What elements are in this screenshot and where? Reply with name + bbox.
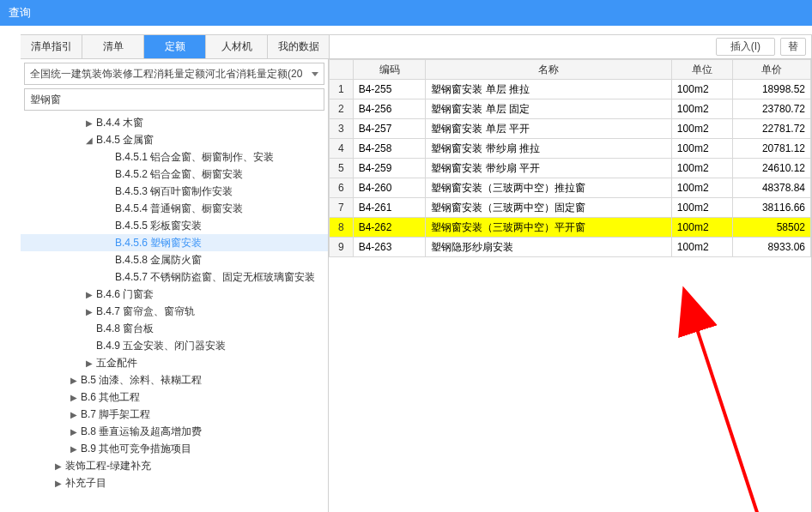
- tree-node[interactable]: B.4.5.2 铝合金窗、橱窗安装: [21, 166, 328, 183]
- insert-button[interactable]: 插入(I): [716, 38, 775, 56]
- tree-node[interactable]: ▶装饰工程-绿建补充: [21, 457, 328, 474]
- tree-node[interactable]: ▶B.7 脚手架工程: [21, 406, 328, 423]
- tree-node[interactable]: B.4.8 窗台板: [21, 320, 328, 337]
- tree-node[interactable]: B.4.5.7 不锈钢防盗窗、固定无框玻璃窗安装: [21, 268, 328, 286]
- extra-button[interactable]: 替: [780, 38, 806, 56]
- tree-label: B.4.4 木窗: [96, 116, 143, 130]
- expand-icon[interactable]: ▶: [69, 393, 79, 402]
- col-name[interactable]: 名称: [426, 60, 671, 80]
- left-panel: 全国统一建筑装饰装修工程消耗量定额河北省消耗量定额(20 ▶B.4.4 木窗◢B…: [21, 59, 329, 512]
- window-title: 查询: [9, 5, 31, 21]
- expand-icon[interactable]: ▶: [69, 410, 79, 419]
- svg-line-0: [685, 292, 767, 512]
- table-row[interactable]: 6B4-260塑钢窗安装（三玻两中空）推拉窗100m248378.84: [330, 178, 811, 198]
- search-input[interactable]: [24, 88, 324, 111]
- tree-node[interactable]: ▶B.8 垂直运输及超高增加费: [21, 423, 328, 440]
- expand-icon[interactable]: ▶: [53, 461, 64, 471]
- result-grid[interactable]: 编码 名称 单位 单价 1B4-255塑钢窗安装 单层 推拉100m218998…: [329, 59, 811, 257]
- tree-node[interactable]: ▶B.4.6 门窗套: [21, 286, 328, 303]
- tree-label: B.4.6 门窗套: [96, 287, 154, 302]
- tree-node[interactable]: B.4.5.1 铝合金窗、橱窗制作、安装: [21, 148, 328, 166]
- title-bar: 查询: [0, 0, 812, 26]
- tree-node[interactable]: B.4.5.3 钢百叶窗制作安装: [21, 183, 328, 200]
- tab-4[interactable]: 我的数据: [268, 35, 330, 58]
- tree-label: B.4.7 窗帘盒、窗帘轨: [96, 304, 195, 319]
- tab-2[interactable]: 定额: [144, 35, 206, 58]
- tree-node[interactable]: ◢B.4.5 金属窗: [21, 131, 328, 148]
- tree-node[interactable]: B.4.9 五金安装、闭门器安装: [21, 337, 328, 354]
- tree-node[interactable]: B.4.5.6 塑钢窗安装: [21, 234, 328, 251]
- tree-label: B.6 其他工程: [81, 390, 140, 405]
- tree-label: B.4.5.6 塑钢窗安装: [115, 236, 202, 250]
- expand-icon[interactable]: ▶: [69, 427, 79, 437]
- table-row[interactable]: 9B4-263塑钢隐形纱扇安装100m28933.06: [330, 238, 811, 257]
- table-row[interactable]: 4B4-258塑钢窗安装 带纱扇 推拉100m220781.12: [330, 139, 811, 159]
- tree-label: B.4.5.4 普通钢窗、橱窗安装: [115, 202, 243, 216]
- tree-node[interactable]: ▶B.5 油漆、涂料、裱糊工程: [21, 371, 328, 389]
- annotation-arrow: [440, 275, 801, 512]
- tree-label: B.4.5.8 金属防火窗: [115, 253, 202, 268]
- tab-1[interactable]: 清单: [82, 35, 144, 58]
- tree-node[interactable]: ▶补充子目: [21, 474, 328, 491]
- tree-label: 装饰工程-绿建补充: [65, 459, 151, 473]
- col-unit[interactable]: 单位: [671, 60, 732, 80]
- table-row[interactable]: 7B4-261塑钢窗安装（三玻两中空）固定窗100m238116.66: [330, 198, 811, 218]
- tree-label: B.7 脚手架工程: [81, 407, 150, 422]
- tree-label: B.4.8 窗台板: [96, 322, 154, 336]
- tree-label: B.5 油漆、涂料、裱糊工程: [81, 373, 202, 388]
- table-row[interactable]: 8B4-262塑钢窗安装（三玻两中空）平开窗100m258502: [330, 218, 811, 238]
- expand-icon[interactable]: ▶: [69, 376, 79, 385]
- col-price[interactable]: 单价: [733, 60, 811, 80]
- tree-label: 补充子目: [65, 476, 106, 491]
- tree-label: B.4.5.2 铝合金窗、橱窗安装: [115, 167, 243, 182]
- tree-label: B.4.5.3 钢百叶窗制作安装: [115, 184, 233, 199]
- expand-icon[interactable]: ▶: [84, 118, 94, 128]
- tree-node[interactable]: B.4.5.8 金属防火窗: [21, 251, 328, 268]
- tree-node[interactable]: ▶B.9 其他可竞争措施项目: [21, 440, 328, 457]
- tree-label: B.4.5.1 铝合金窗、橱窗制作、安装: [115, 150, 274, 165]
- tree-node[interactable]: ▶五金配件: [21, 354, 328, 371]
- norm-dropdown[interactable]: 全国统一建筑装饰装修工程消耗量定额河北省消耗量定额(20: [24, 63, 324, 85]
- table-row[interactable]: 5B4-259塑钢窗安装 带纱扇 平开100m224610.12: [330, 159, 811, 178]
- toolbar: 清单指引清单定额人材机我的数据 插入(I) 替: [21, 35, 811, 59]
- tree-label: B.4.5.7 不锈钢防盗窗、固定无框玻璃窗安装: [115, 270, 315, 285]
- tree-label: B.9 其他可竞争措施项目: [81, 442, 191, 456]
- table-row[interactable]: 1B4-255塑钢窗安装 单层 推拉100m218998.52: [330, 80, 811, 99]
- right-panel: 编码 名称 单位 单价 1B4-255塑钢窗安装 单层 推拉100m218998…: [329, 59, 811, 512]
- tree-label: B.4.5 金属窗: [96, 133, 154, 148]
- table-row[interactable]: 2B4-256塑钢窗安装 单层 固定100m223780.72: [330, 99, 811, 119]
- col-code[interactable]: 编码: [353, 60, 426, 80]
- tree-node[interactable]: ▶B.4.7 窗帘盒、窗帘轨: [21, 303, 328, 320]
- collapse-icon[interactable]: ◢: [84, 136, 94, 145]
- tree-label: B.8 垂直运输及超高增加费: [81, 425, 202, 439]
- expand-icon[interactable]: ▶: [84, 358, 94, 368]
- tree-node[interactable]: B.4.5.5 彩板窗安装: [21, 217, 328, 234]
- expand-icon[interactable]: ▶: [53, 479, 64, 488]
- expand-icon[interactable]: ▶: [69, 444, 79, 454]
- tab-3[interactable]: 人材机: [206, 35, 268, 58]
- table-row[interactable]: 3B4-257塑钢窗安装 单层 平开100m222781.72: [330, 119, 811, 139]
- tree-node[interactable]: ▶B.4.4 木窗: [21, 114, 328, 131]
- tree-node[interactable]: ▶B.6 其他工程: [21, 389, 328, 406]
- tree-label: 五金配件: [96, 356, 137, 370]
- tree-label: B.4.5.5 彩板窗安装: [115, 219, 202, 233]
- tree-node[interactable]: B.4.5.4 普通钢窗、橱窗安装: [21, 200, 328, 217]
- tree[interactable]: ▶B.4.4 木窗◢B.4.5 金属窗B.4.5.1 铝合金窗、橱窗制作、安装B…: [21, 114, 328, 512]
- expand-icon[interactable]: ▶: [84, 290, 94, 299]
- tree-label: B.4.9 五金安装、闭门器安装: [96, 339, 226, 353]
- tab-0[interactable]: 清单指引: [21, 35, 82, 58]
- expand-icon[interactable]: ▶: [84, 307, 94, 316]
